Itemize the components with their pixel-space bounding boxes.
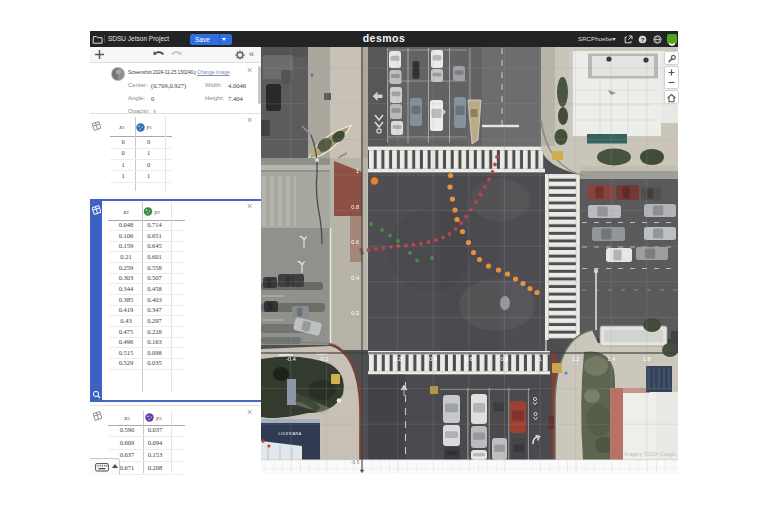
svg-text:0.2: 0.2: [351, 310, 359, 316]
svg-text:0.2: 0.2: [394, 356, 402, 362]
svg-text:1.4: 1.4: [607, 356, 615, 362]
svg-text:1: 1: [356, 168, 359, 174]
svg-text:0.4: 0.4: [429, 356, 437, 362]
svg-text:0.6: 0.6: [465, 356, 473, 362]
svg-text:1.2: 1.2: [572, 356, 580, 362]
svg-text:1.6: 1.6: [643, 356, 651, 362]
svg-text:0.8: 0.8: [351, 204, 359, 210]
svg-text:0.6: 0.6: [351, 239, 359, 245]
svg-text:LOUISIANA: LOUISIANA: [278, 431, 301, 436]
svg-text:-0.4: -0.4: [286, 356, 296, 362]
svg-text:?: ?: [640, 36, 644, 42]
svg-text:0.8: 0.8: [501, 356, 509, 362]
svg-text:-0.6: -0.6: [351, 459, 360, 465]
svg-text:1: 1: [538, 356, 541, 362]
svg-text:Imagery ©2024 Google: Imagery ©2024 Google: [624, 451, 676, 457]
svg-text:0.4: 0.4: [351, 275, 359, 281]
svg-text:-0.2: -0.2: [319, 356, 329, 362]
